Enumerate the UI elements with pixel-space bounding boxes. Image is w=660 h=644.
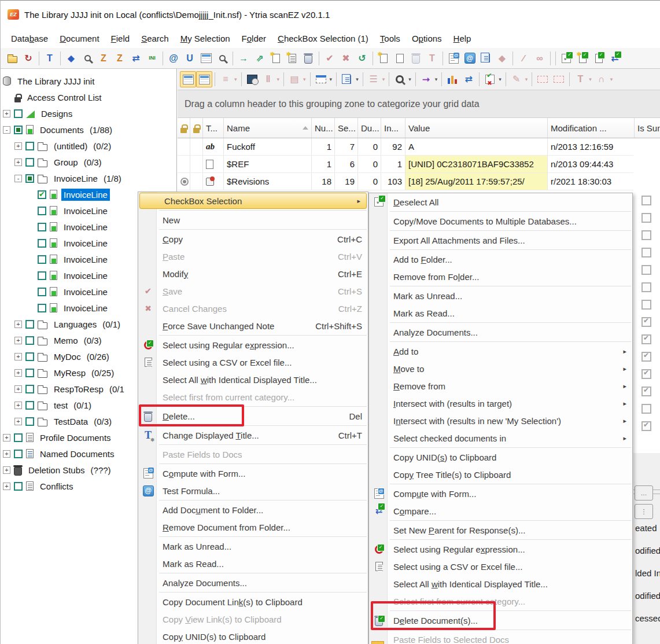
menubar-item-database[interactable]: Database [5, 31, 54, 46]
menu-item-intersect-with-results-in-target[interactable]: Intersect with (results in target)▸ [369, 395, 632, 412]
is-summary-checkbox[interactable] [641, 387, 651, 396]
dropdown-arrow-icon[interactable]: ▾ [610, 76, 613, 82]
tree-checkbox[interactable] [38, 207, 46, 215]
menubar-item-document[interactable]: Document [54, 31, 105, 46]
tree-item-named-documents[interactable]: +Named Documents [3, 446, 116, 462]
database-tools-icon[interactable]: Z [95, 50, 112, 67]
refresh-icon[interactable]: ↺ [354, 50, 370, 67]
menu-item-copy-document-link-s-to-clipboard[interactable]: Copy Document Link(s) to Clipboard [138, 593, 368, 610]
tree-item-designs[interactable]: +Designs [3, 105, 75, 122]
menu-item-select-using-a-csv-or-excel-file[interactable]: Select using a CSV or Excel file... [369, 558, 632, 575]
tree-checkbox[interactable] [25, 320, 34, 329]
tree-expand-toggle[interactable]: + [3, 450, 10, 458]
dropdown-arrow-icon[interactable]: ▾ [303, 76, 306, 82]
document-link-icon[interactable] [478, 50, 494, 67]
swap-selection-icon[interactable]: ⇄ [607, 50, 623, 67]
menu-item-add-to-folder[interactable]: Add to Folder... [369, 251, 632, 268]
tree-checkbox[interactable] [25, 336, 34, 345]
tree-item-deletion-stubs[interactable]: +Deletion Stubs(???) [3, 462, 111, 478]
tree-item-myresp[interactable]: +MyResp(0/25) [14, 365, 114, 381]
tree-item-languages[interactable]: +Languages(0/1) [14, 316, 120, 332]
menubar-item-search[interactable]: Search [135, 31, 175, 46]
diamond-properties-icon[interactable]: ◆ [63, 50, 79, 67]
tree-item-invoiceline[interactable]: InvoiceLine [38, 300, 110, 316]
grid-header-du[interactable]: Du... [358, 118, 381, 138]
filmstrip-icon[interactable] [534, 71, 551, 87]
histogram-disabled-icon[interactable]: ∩ [593, 71, 610, 87]
tree-checkbox[interactable] [14, 126, 23, 134]
tree-expand-toggle[interactable]: + [14, 418, 22, 425]
menu-item-paste-fields-to-docs[interactable]: Paste Fields to Docs [138, 446, 368, 463]
grid-header-t[interactable]: T... [203, 118, 224, 138]
is-summary-checkbox[interactable] [641, 317, 651, 327]
copy-database-icon[interactable]: ⇄ [128, 50, 144, 67]
tree-item-documents[interactable]: -Documents(1/88) [3, 122, 112, 138]
tree-item-invoiceline[interactable]: InvoiceLine [38, 235, 110, 251]
is-summary-checkbox[interactable] [641, 334, 651, 344]
menubar-item-field[interactable]: Field [105, 31, 136, 46]
broom-disabled-icon[interactable]: ∕ [515, 50, 532, 67]
grid-header-lock[interactable] [178, 118, 190, 138]
menu-item-analyze-documents[interactable]: Analyze Documents... [369, 323, 632, 341]
dropdown-arrow-icon[interactable]: ▾ [589, 76, 592, 82]
tree-checkbox[interactable] [38, 304, 46, 312]
dropdown-arrow-icon[interactable]: ▾ [435, 76, 438, 82]
chart-window-icon[interactable]: ⇄ [460, 71, 477, 87]
tree-item-group[interactable]: +Group(0/3) [14, 154, 102, 170]
select-docs-dashed-icon[interactable] [591, 50, 607, 67]
grid-header-modification[interactable]: Modification ... [548, 118, 635, 138]
tree-checkbox[interactable] [14, 482, 23, 491]
tree-checkbox[interactable] [25, 352, 34, 361]
table-row[interactable]: $REF1601[UNID] 0C2318071BAF9C33852n/2013… [178, 156, 660, 173]
is-summary-checkbox[interactable] [641, 282, 651, 292]
checkbox-selection-icon[interactable]: ✔ [558, 50, 574, 67]
table-window-icon[interactable] [198, 50, 214, 67]
menubar-item-options[interactable]: Options [406, 31, 448, 46]
save-icon[interactable]: ✔ [322, 50, 338, 67]
menu-item-select-checked-documents-in[interactable]: Select checked documents in▸ [369, 429, 632, 447]
menubar-item-my-selection[interactable]: My Selection [175, 31, 236, 46]
new-document-icon[interactable] [268, 50, 284, 67]
menubar-item-checkbox-selection-1[interactable]: CheckBox Selection (1) [272, 31, 374, 46]
menu-item-change-displayed-title[interactable]: TChange Displayed Title...Ctrl+T [138, 426, 368, 444]
menu-item-copy-tree-title-s-to-clipboard[interactable]: Copy Tree Title(s) to Clipboard [369, 466, 632, 483]
menu-item-add-to[interactable]: Add to▸ [369, 343, 632, 360]
grid-header-se[interactable]: Se... [335, 118, 358, 138]
reopen-database-icon[interactable]: ↻ [20, 50, 36, 67]
dropdown-arrow-icon[interactable]: ▾ [234, 76, 237, 82]
tree-expand-toggle[interactable]: - [14, 175, 22, 182]
tree-checkbox[interactable] [25, 142, 34, 150]
search-grid-icon[interactable] [392, 71, 408, 87]
panel-button[interactable]: ⋮ [635, 504, 653, 519]
tree-checkbox[interactable] [25, 385, 34, 393]
tree-item-invoiceline[interactable]: -InvoiceLine(1/8) [14, 170, 121, 186]
tree-item-testdata[interactable]: +TestData(0/3) [14, 413, 112, 429]
sort-disabled-icon[interactable]: ☰ [366, 71, 382, 87]
tree-expand-toggle[interactable]: + [3, 110, 10, 117]
menu-item-select-first-from-current-category[interactable]: Select first from current category... [138, 388, 368, 406]
menu-item-export-all-attachments-and-files[interactable]: Export All Attachments and Files... [369, 231, 632, 249]
menu-item-select-all-with-identical-displayed-title[interactable]: Select All with Identical Displayed Titl… [138, 371, 368, 388]
menu-item-copy-unid-s-to-clipboard[interactable]: Copy UNID(s) to Clipboard [138, 628, 368, 644]
dropdown-arrow-icon[interactable]: ▾ [277, 76, 280, 82]
tree-item-invoiceline[interactable]: InvoiceLine [38, 267, 110, 284]
menu-item-deselect-all[interactable]: ✔Deselect All [369, 193, 632, 211]
tree-expand-toggle[interactable]: + [3, 466, 10, 474]
menu-item-modify[interactable]: ModifyCtrl+E [138, 265, 368, 282]
dropdown-arrow-icon[interactable]: ▾ [408, 76, 411, 82]
is-summary-checkbox[interactable] [641, 369, 651, 379]
grid-view-toggle-icon[interactable] [180, 71, 196, 87]
tree-checkbox[interactable] [38, 255, 46, 264]
tree-item-invoiceline[interactable]: InvoiceLine [38, 219, 110, 235]
menu-item-checkbox-selection[interactable]: CheckBox Selection▸ [139, 193, 367, 209]
tree-expand-toggle[interactable]: + [14, 321, 22, 328]
grid-header-value[interactable]: Value [405, 118, 548, 138]
t-calendar-disabled-icon[interactable]: T [572, 71, 588, 87]
filmstrip-undo-icon[interactable] [551, 71, 567, 87]
menu-item-mark-as-read[interactable]: Mark as Read... [138, 555, 368, 572]
clock-grid-icon[interactable] [244, 71, 260, 87]
test-formula-icon[interactable]: @ [462, 50, 478, 67]
menu-item-force-save-unchanged-note[interactable]: Force Save Unchanged NoteCtrl+Shift+S [138, 317, 368, 334]
menu-item-cancel-changes[interactable]: ✖Cancel ChangesCtrl+Z [138, 300, 368, 317]
menu-item-mark-as-read[interactable]: Mark as Read... [369, 304, 632, 322]
